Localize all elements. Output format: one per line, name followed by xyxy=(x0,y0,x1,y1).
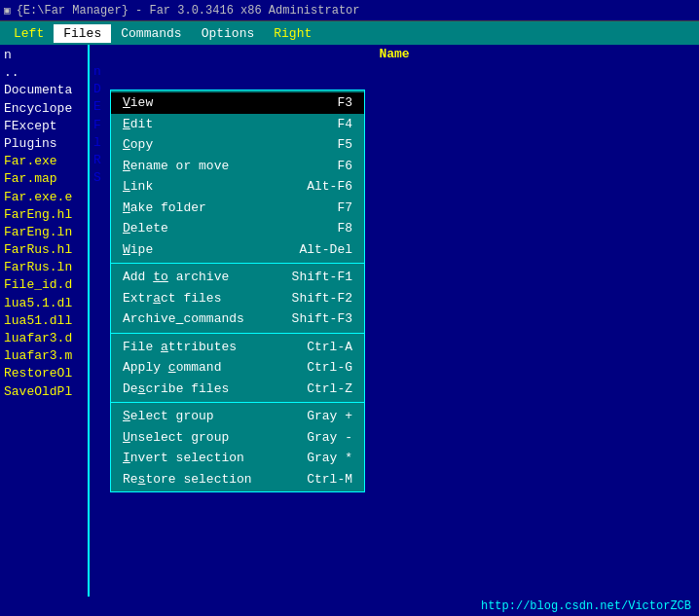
dropdown-item-apply-command[interactable]: Apply commandCtrl-G xyxy=(111,357,364,379)
left-panel-item[interactable]: FarEng.ln xyxy=(4,224,84,241)
shortcut-label: Ctrl-M xyxy=(307,470,352,489)
shortcut-label: Gray + xyxy=(307,407,352,426)
shortcut-label: F6 xyxy=(337,157,352,176)
shortcut-label: Alt-F6 xyxy=(307,177,352,197)
dropdown-item-file-attributes[interactable]: File attributesCtrl-A xyxy=(111,337,364,358)
right-panel-header: Name xyxy=(93,47,695,61)
titlebar: ▣ {E:\Far Manager} - Far 3.0.3416 x86 Ad… xyxy=(0,0,699,21)
menu-separator xyxy=(111,263,364,264)
left-panel-item[interactable]: .. xyxy=(4,64,84,82)
dropdown-item-rename-or-move[interactable]: Rename or moveF6 xyxy=(111,156,364,177)
left-panel-item[interactable]: FExcept xyxy=(4,118,84,135)
dropdown-item-view[interactable]: ViewF3 xyxy=(111,92,364,114)
left-panel-item[interactable]: FarRus.hl xyxy=(4,241,84,259)
dropdown-item-describe-files[interactable]: Describe filesCtrl-Z xyxy=(111,379,364,400)
menu-separator xyxy=(111,402,364,403)
left-panel-item[interactable]: lua5.1.dl xyxy=(4,295,84,312)
dropdown-item-select-group[interactable]: Select groupGray + xyxy=(111,406,364,427)
shortcut-label: Ctrl-A xyxy=(307,338,352,357)
left-panel-item[interactable]: Encyclope xyxy=(4,100,84,118)
left-panel-item[interactable]: luafar3.m xyxy=(4,347,84,365)
shortcut-label: Ctrl-G xyxy=(307,358,352,378)
dropdown-item-add-to-archive[interactable]: Add to archiveShift-F1 xyxy=(111,267,364,288)
dropdown-item-copy[interactable]: CopyF5 xyxy=(111,134,364,156)
left-panel-item[interactable]: FarRus.ln xyxy=(4,259,84,276)
statusbar: http://blog.csdn.net/VictorZCB xyxy=(0,597,699,616)
left-panel-item[interactable]: File_id.d xyxy=(4,276,84,294)
menu-item-left[interactable]: Left xyxy=(4,24,54,43)
left-panel-item[interactable]: FarEng.hl xyxy=(4,206,84,224)
dropdown-item-unselect-group[interactable]: Unselect groupGray - xyxy=(111,427,364,449)
left-panel-item[interactable]: Plugins xyxy=(4,135,84,153)
menu-item-right[interactable]: Right xyxy=(264,24,321,43)
left-panel-item[interactable]: n xyxy=(4,47,84,64)
shortcut-label: Ctrl-Z xyxy=(307,380,352,399)
statusbar-text: http://blog.csdn.net/VictorZCB xyxy=(481,599,691,613)
left-panel-item[interactable]: Documenta xyxy=(4,82,84,99)
left-panel-item[interactable]: Far.exe xyxy=(4,153,84,170)
shortcut-label: Shift-F2 xyxy=(292,289,352,308)
main-area: n..DocumentaEncyclopeFExceptPluginsFar.e… xyxy=(0,45,699,597)
dropdown-item-wipe[interactable]: WipeAlt-Del xyxy=(111,239,364,261)
dropdown-item-edit[interactable]: EditF4 xyxy=(111,114,364,135)
shortcut-label: F3 xyxy=(337,93,352,113)
shortcut-label: Alt-Del xyxy=(299,240,352,260)
shortcut-label: Gray - xyxy=(307,428,352,448)
dropdown-item-extract-files[interactable]: Extract filesShift-F2 xyxy=(111,288,364,309)
dropdown-item-link[interactable]: LinkAlt-F6 xyxy=(111,176,364,198)
dropdown-item-archive-commands[interactable]: Archive commandsShift-F3 xyxy=(111,308,364,330)
left-panel-item[interactable]: Far.exe.e xyxy=(4,189,84,206)
left-panel-item[interactable]: SaveOldPl xyxy=(4,383,84,401)
menu-item-options[interactable]: Options xyxy=(192,24,265,43)
shortcut-label: Shift-F3 xyxy=(292,309,352,329)
dropdown-item-restore-selection[interactable]: Restore selectionCtrl-M xyxy=(111,469,364,490)
files-dropdown-menu[interactable]: ViewF3EditF4CopyF5Rename or moveF6LinkAl… xyxy=(110,90,365,492)
left-panel-item[interactable]: luafar3.d xyxy=(4,330,84,347)
dropdown-item-invert-selection[interactable]: Invert selectionGray * xyxy=(111,448,364,469)
right-panel-item[interactable]: n xyxy=(93,63,695,81)
dropdown-item-make-folder[interactable]: Make folderF7 xyxy=(111,198,364,219)
shortcut-label: F7 xyxy=(337,199,352,218)
left-panel: n..DocumentaEncyclopeFExceptPluginsFar.e… xyxy=(0,45,88,597)
app-icon: ▣ xyxy=(4,4,11,17)
menu-item-files[interactable]: Files xyxy=(54,24,111,43)
shortcut-label: Gray * xyxy=(307,449,352,468)
shortcut-label: F5 xyxy=(337,135,352,155)
menu-separator xyxy=(111,333,364,334)
shortcut-label: F4 xyxy=(337,115,352,134)
menu-item-commands[interactable]: Commands xyxy=(111,24,191,43)
menubar: LeftFilesCommandsOptionsRight xyxy=(0,21,699,45)
left-panel-item[interactable]: Far.map xyxy=(4,170,84,188)
shortcut-label: F8 xyxy=(337,219,352,238)
dropdown-item-delete[interactable]: DeleteF8 xyxy=(111,218,364,239)
left-panel-item[interactable]: lua51.dll xyxy=(4,312,84,330)
left-panel-item[interactable]: RestoreOl xyxy=(4,365,84,382)
title-text: {E:\Far Manager} - Far 3.0.3416 x86 Admi… xyxy=(17,4,360,18)
shortcut-label: Shift-F1 xyxy=(292,268,352,287)
